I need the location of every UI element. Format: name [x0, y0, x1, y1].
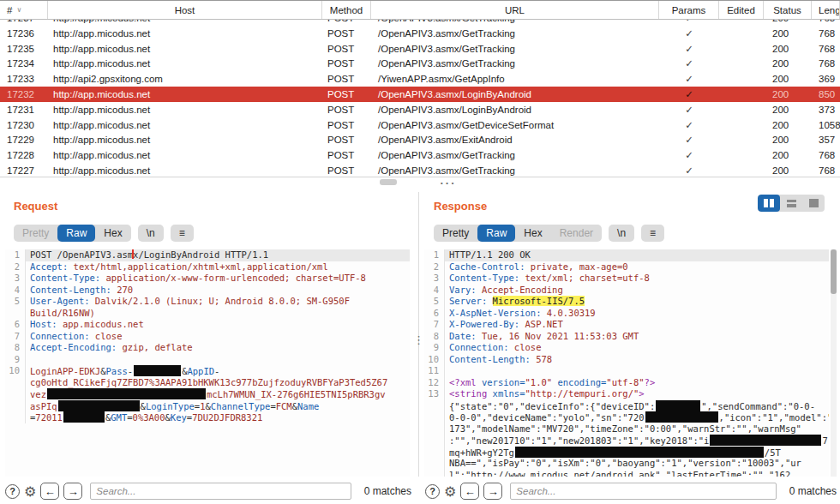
editor-line[interactable]: 3Content-Type: application/x-www-form-ur… [5, 273, 410, 285]
history-row[interactable]: 17229http://app.micodus.netPOST/OpenAPIV… [0, 133, 840, 148]
tab-pretty[interactable]: Pretty [14, 225, 57, 242]
vertical-splitter-handle[interactable]: ⋮ [413, 336, 423, 358]
editor-menu-button[interactable]: ≡ [171, 225, 194, 242]
request-editor[interactable]: 1POST /OpenAPIV3.asmx/LoginByAndroid HTT… [5, 249, 410, 477]
search-input[interactable] [90, 483, 351, 500]
tab-newline[interactable]: \n [138, 225, 164, 242]
editor-line[interactable]: asPIq&LoginType=1&ChannelType=FCM&Name [5, 400, 410, 412]
editor-line[interactable]: 6Host: app.micodus.net [5, 319, 410, 331]
response-scrollbar-thumb[interactable] [831, 249, 837, 294]
tab-raw[interactable]: Raw [477, 225, 515, 242]
editor-line[interactable]: 12<?xml version="1.0" encoding="utf-8"?> [424, 377, 829, 389]
horizontal-scrollbar-thumb[interactable] [380, 179, 397, 185]
code-text: Connection: close [26, 331, 410, 343]
editor-line[interactable]: :"","new201710":"1","new201803":"1","key… [424, 435, 829, 447]
tab-raw[interactable]: Raw [57, 225, 95, 242]
column-header-label: URL [505, 5, 525, 15]
editor-menu-button[interactable]: ≡ [641, 225, 664, 242]
history-row[interactable]: 17233http://api2.gpsxitong.comPOST/Yiwen… [0, 71, 840, 87]
column-header-status[interactable]: Status [764, 1, 812, 19]
column-header-label: Params [672, 5, 706, 15]
search-input[interactable] [510, 483, 776, 500]
code-text: {"state":"0","deviceInfo":{"deviceID":",… [445, 400, 829, 412]
editor-line[interactable]: Build/R16NW) [5, 308, 410, 320]
single-panel-button[interactable] [802, 195, 825, 212]
columns-layout-button[interactable] [758, 195, 780, 212]
tab-newline[interactable]: \n [609, 225, 634, 242]
editor-line[interactable]: 8Date: Tue, 16 Nov 2021 11:53:03 GMT [424, 331, 829, 343]
help-icon[interactable]: ? [5, 484, 20, 499]
prev-match-button[interactable]: ← [460, 483, 479, 500]
editor-line[interactable]: 6X-AspNet-Version: 4.0.30319 [424, 308, 829, 320]
editor-line[interactable]: mq+hWR+gY2Tg/5T [424, 447, 829, 459]
history-row[interactable]: 17228http://app.micodus.netPOST/OpenAPIV… [0, 147, 840, 163]
tab-render[interactable]: Render [551, 225, 602, 242]
editor-line[interactable]: 4Content-Length: 270 [5, 285, 410, 297]
history-row[interactable]: 17237http://app.micodus.netPOST/OpenAPIV… [0, 20, 840, 26]
tab-hex[interactable]: Hex [95, 225, 130, 242]
editor-line[interactable]: NBA==","isPay":"0","isXm":"0","baoyang":… [424, 458, 829, 470]
editor-line[interactable]: 0-0-0","deviceName":"yolo","sn":"720,"ic… [424, 411, 829, 423]
editor-line[interactable]: 2Cache-Control: private, max-age=0 [424, 261, 829, 273]
rows-layout-button[interactable] [780, 195, 802, 212]
editor-line[interactable]: =72011&GMT=0%3A00&Key=7DU2DJFDR8321 [5, 411, 410, 423]
history-row[interactable]: 17234http://app.micodus.netPOST/OpenAPIV… [0, 57, 840, 72]
editor-line[interactable]: 1HTTP/1.1 200 OK [424, 249, 829, 261]
history-row[interactable]: 17231http://app.micodus.netPOST/OpenAPIV… [0, 102, 840, 117]
editor-line[interactable]: 5User-Agent: Dalvik/2.1.0 (Linux; U; And… [5, 296, 410, 308]
code-text: vezmcLh7WMUN_IX-276g6HIE5TNI5pRBR3gv [26, 388, 410, 400]
gear-icon[interactable]: ⚙ [24, 484, 36, 499]
cell: /OpenAPIV3.asmx/GetTracking [371, 20, 659, 26]
column-header-method[interactable]: Method [322, 1, 371, 19]
help-icon[interactable]: ? [425, 484, 440, 499]
horizontal-splitter-handle[interactable]: ··· [431, 177, 465, 190]
history-row[interactable]: 17235http://app.micodus.netPOST/OpenAPIV… [0, 41, 840, 57]
column-header-host[interactable]: Host [48, 1, 322, 19]
history-row[interactable]: 17232http://app.micodus.netPOST/OpenAPIV… [0, 87, 840, 102]
editor-line[interactable]: 1POST /OpenAPIV3.asmx/LoginByAndroid HTT… [5, 249, 410, 261]
column-header-num[interactable]: #∨ [0, 1, 48, 19]
editor-line[interactable]: {"state":"0","deviceInfo":{"deviceID":",… [424, 400, 829, 412]
editor-line[interactable]: 13<string xmlns="http://tempuri.org/"> [424, 388, 829, 400]
editor-line[interactable]: cg0oHtd_RCikeFjq7ZFBD7%3AAPA91bHKWK13c97… [5, 377, 410, 389]
editor-line[interactable]: 11 [424, 365, 829, 377]
editor-line[interactable]: 7Connection: close [5, 331, 410, 343]
cell: POST [322, 20, 371, 26]
cell [719, 41, 764, 57]
history-row[interactable]: 17230http://app.micodus.netPOST/OpenAPIV… [0, 117, 840, 133]
cell: 105851 [812, 117, 840, 133]
cell [719, 57, 764, 72]
prev-match-button[interactable]: ← [40, 483, 59, 500]
editor-line[interactable]: 9 [5, 354, 410, 366]
request-tabstrip: PrettyRawHex\n≡ [14, 224, 194, 242]
tab-group: PrettyRawHexRender [434, 225, 602, 242]
code-segment: Accept: [30, 261, 68, 272]
tab-pretty[interactable]: Pretty [434, 225, 477, 242]
column-header-params[interactable]: Params [659, 1, 719, 19]
editor-line[interactable]: 9Connection: close [424, 342, 829, 354]
editor-line[interactable]: 2Accept: text/html,application/xhtml+xml… [5, 261, 410, 273]
next-match-button[interactable]: → [63, 483, 82, 500]
editor-line[interactable]: 4Vary: Accept-Encoding [424, 285, 829, 297]
sort-chevron-icon: ∨ [16, 6, 21, 14]
cell: 357 [812, 133, 840, 148]
editor-line[interactable]: 10Content-Length: 578 [424, 354, 829, 366]
column-header-length[interactable]: Length [812, 1, 840, 19]
history-row[interactable]: 17227http://app.micodus.netPOST/OpenAPIV… [0, 163, 840, 177]
editor-line[interactable]: 173","modelName":"MV720","timeZone":"0:0… [424, 423, 829, 435]
editor-line[interactable]: 3Content-Type: text/xml; charset=utf-8 [424, 273, 829, 285]
column-header-url[interactable]: URL [371, 1, 659, 19]
editor-line[interactable]: 5Server: Microsoft-IIS/7.5 [424, 296, 829, 308]
gear-icon[interactable]: ⚙ [444, 484, 456, 499]
tab-hex[interactable]: Hex [515, 225, 550, 242]
column-header-edited[interactable]: Edited [719, 1, 764, 19]
editor-line[interactable]: 7X-Powered-By: ASP.NET [424, 319, 829, 331]
code-segment: application/x-www-form-urlencoded; chars… [100, 273, 366, 283]
editor-line[interactable]: 8Accept-Encoding: gzip, deflate [5, 342, 410, 354]
editor-line[interactable]: l":"http://www.micodus.net/android.apk",… [424, 470, 829, 477]
editor-line[interactable]: vezmcLh7WMUN_IX-276g6HIE5TNI5pRBR3gv [5, 388, 410, 400]
next-match-button[interactable]: → [483, 483, 502, 500]
response-editor[interactable]: 1HTTP/1.1 200 OK2Cache-Control: private,… [424, 249, 829, 477]
history-row[interactable]: 17236http://app.micodus.netPOST/OpenAPIV… [0, 26, 840, 41]
editor-line[interactable]: 10LoginAPP-EDKJ&Pass-&AppID- [5, 365, 410, 377]
